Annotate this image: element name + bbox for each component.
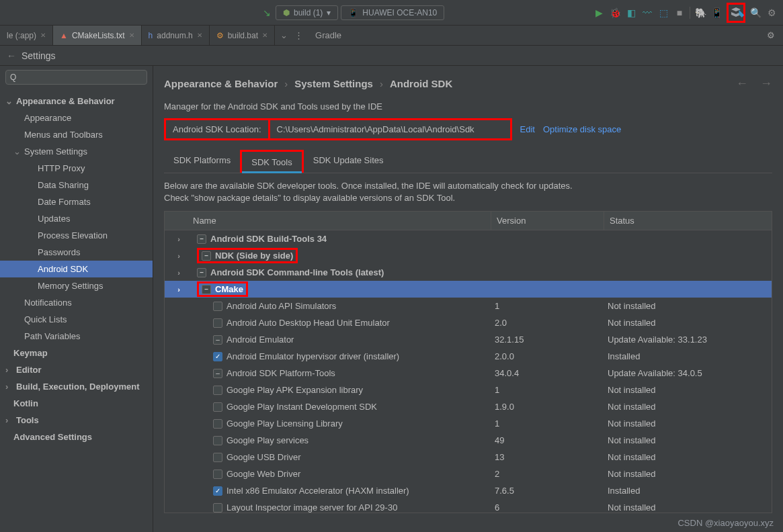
chevron-right-icon[interactable]: › [174,252,183,260]
table-row[interactable]: Android SDK Platform-Tools34.0.4Update A… [165,365,772,382]
checkbox[interactable] [213,335,222,345]
sidebar-item-path-variables[interactable]: Path Variables [0,328,153,345]
sidebar-item-appearance[interactable]: Appearance [0,109,153,126]
search-input[interactable] [5,70,147,85]
table-row[interactable]: Google Play Licensing Library1Not instal… [165,415,772,432]
chevron-right-icon[interactable]: › [174,285,183,294]
run-icon[interactable]: ▶ [593,7,605,19]
close-icon[interactable]: ✕ [40,32,46,39]
app-inspection-icon[interactable]: ⬚ [657,7,669,19]
table-row[interactable]: ›CMake [165,281,772,298]
table-row[interactable]: ›Android SDK Command-line Tools (latest) [165,264,772,281]
table-row[interactable]: Google Play Instant Development SDK1.9.0… [165,398,772,415]
table-row[interactable]: Android Emulator hypervisor driver (inst… [165,348,772,365]
avd-manager-icon[interactable]: 📱 [710,7,723,19]
bc-appearance[interactable]: Appearance & Behavior [164,78,278,89]
gear-icon[interactable]: ⚙ [766,7,778,19]
tab-app-gradle[interactable]: le (:app) ✕ [0,26,53,45]
tab-cmakelists[interactable]: ▲ CMakeLists.txt ✕ [53,26,142,45]
checkbox[interactable] [202,285,211,294]
sidebar-item-quick-lists[interactable]: Quick Lists [0,311,153,328]
search-icon[interactable]: 🔍 [749,7,761,19]
sidebar-item-build[interactable]: ›Build, Execution, Deployment [0,378,153,395]
sidebar-item-passwords[interactable]: Passwords [0,244,153,261]
bc-system-settings[interactable]: System Settings [294,78,373,89]
sidebar-item-keymap[interactable]: Keymap [0,345,153,361]
tab-sdk-platforms[interactable]: SDK Platforms [164,150,240,173]
sidebar-item-date-formats[interactable]: Date Formats [0,193,153,210]
sidebar-item-notifications[interactable]: Notifications [0,294,153,311]
tab-sdk-tools[interactable]: SDK Tools [240,150,303,173]
edit-link[interactable]: Edit [520,124,535,134]
sdk-location-value[interactable]: C:\Users\Administrator\AppData\Local\And… [268,120,510,138]
table-row[interactable]: ›Android SDK Build-Tools 34 [165,230,772,247]
close-icon[interactable]: ✕ [129,32,134,39]
table-row[interactable]: Google Play APK Expansion library1Not in… [165,382,772,398]
table-row[interactable]: Google USB Driver13Not installed [165,449,772,466]
stop-icon[interactable]: ■ [673,7,686,19]
table-row[interactable]: Intel x86 Emulator Accelerator (HAXM ins… [165,482,772,499]
sidebar-item-advanced[interactable]: Advanced Settings [0,429,153,445]
close-icon[interactable]: ✕ [197,32,202,39]
sidebar-item-process-elevation[interactable]: Process Elevation [0,227,153,244]
col-name[interactable]: Name [165,212,491,230]
checkbox[interactable] [213,402,222,412]
device-selector[interactable]: 📱 HUAWEI OCE-AN10 [341,5,444,20]
nav-back-icon[interactable]: ← [736,77,748,91]
checkbox[interactable] [197,268,206,277]
nav-fwd-icon[interactable]: → [760,77,772,91]
back-icon[interactable]: ← [7,50,16,61]
checkbox[interactable] [213,386,222,395]
chevron-right-icon[interactable]: › [174,269,183,277]
sidebar-item-editor[interactable]: ›Editor [0,361,153,378]
checkbox[interactable] [213,470,222,479]
chevron-down-icon[interactable]: ⌄ [280,30,288,40]
profiler-icon[interactable]: 〰 [641,7,653,19]
checkbox[interactable] [213,369,222,378]
sidebar-item-data-sharing[interactable]: Data Sharing [0,177,153,193]
optimize-link[interactable]: Optimize disk space [543,124,621,134]
sidebar-item-appearance-behavior[interactable]: ⌄Appearance & Behavior [0,93,153,109]
sidebar-item-android-sdk[interactable]: Android SDK [0,261,153,277]
debug-icon[interactable]: 🐞 [609,7,621,19]
table-row[interactable]: Android Auto Desktop Head Unit Emulator2… [165,314,772,331]
table-row[interactable]: Android Auto API Simulators1Not installe… [165,298,772,314]
table-row[interactable]: ›NDK (Side by side) [165,247,772,264]
sync-icon[interactable]: 🐘 [694,7,706,19]
header-file-icon: h [149,31,153,40]
checkbox[interactable] [213,436,222,445]
hammer-icon[interactable]: ↘ [261,7,273,19]
checkbox[interactable] [213,503,222,513]
coverage-icon[interactable]: ◧ [625,7,637,19]
col-status[interactable]: Status [604,212,772,230]
table-row[interactable]: Layout Inspector image server for API 29… [165,499,772,513]
checkbox[interactable] [202,251,211,261]
more-icon[interactable]: ⋮ [294,30,303,40]
checkbox[interactable] [213,352,222,361]
checkbox[interactable] [213,419,222,429]
sidebar-item-memory-settings[interactable]: Memory Settings [0,277,153,294]
sidebar-item-system-settings[interactable]: ⌄System Settings [0,143,153,160]
run-config-selector[interactable]: ⬢ build (1) ▾ [276,5,338,20]
close-icon[interactable]: ✕ [262,32,267,39]
checkbox[interactable] [213,453,222,462]
tab-addnum-h[interactable]: h addnum.h ✕ [142,26,210,45]
tab-build-bat[interactable]: ⚙ build.bat ✕ [210,26,275,45]
sidebar-item-menus-toolbars[interactable]: Menus and Toolbars [0,126,153,143]
table-row[interactable]: Google Web Driver2Not installed [165,466,772,482]
checkbox[interactable] [213,318,222,328]
checkbox[interactable] [197,234,206,244]
tab-sdk-update-sites[interactable]: SDK Update Sites [304,150,393,173]
checkbox[interactable] [213,302,222,311]
sidebar-item-tools[interactable]: ›Tools [0,412,153,429]
table-row[interactable]: Android Emulator32.1.15Update Available:… [165,331,772,348]
sidebar-item-http-proxy[interactable]: HTTP Proxy [0,160,153,177]
sidebar-item-kotlin[interactable]: Kotlin [0,395,153,412]
chevron-right-icon[interactable]: › [174,235,183,243]
sdk-manager-icon[interactable] [730,6,742,18]
checkbox[interactable] [213,486,222,496]
table-row[interactable]: Google Play services49Not installed [165,432,772,449]
sidebar-item-updates[interactable]: Updates [0,210,153,227]
col-version[interactable]: Version [491,212,604,230]
gear-icon[interactable]: ⚙ [767,30,775,40]
